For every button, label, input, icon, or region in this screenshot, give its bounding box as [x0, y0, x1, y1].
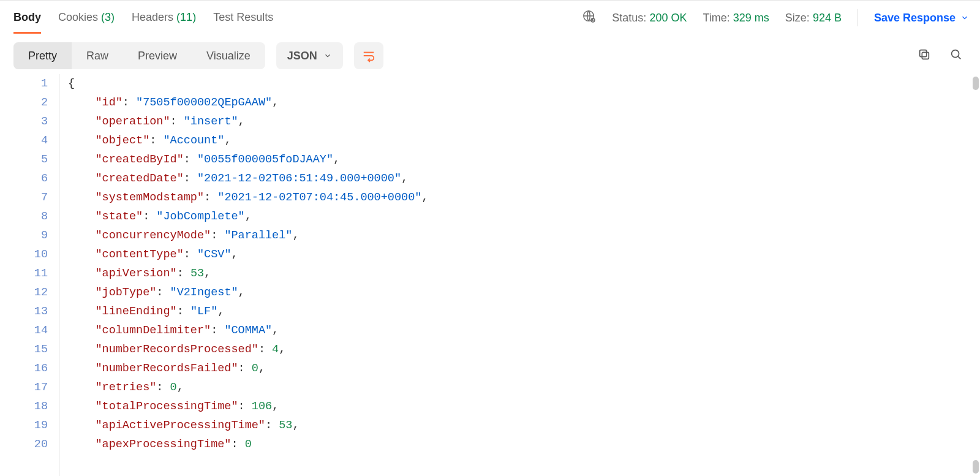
chevron-down-icon	[960, 13, 969, 22]
view-raw-button[interactable]: Raw	[72, 42, 123, 69]
scrollbar[interactable]	[973, 74, 979, 476]
tab-cookies-label: Cookies	[58, 11, 98, 23]
size-indicator: Size: 924 B	[785, 12, 842, 25]
time-label: Time:	[703, 12, 729, 24]
svg-rect-4	[920, 50, 927, 56]
scrollbar-thumb[interactable]	[973, 460, 979, 474]
tab-cookies-count: (3)	[101, 11, 115, 23]
network-icon[interactable]	[582, 10, 596, 26]
svg-rect-3	[922, 52, 929, 59]
status-label: Status:	[612, 12, 646, 24]
status-indicator: Status: 200 OK	[612, 12, 687, 25]
tab-headers-label: Headers	[132, 11, 173, 23]
copy-icon	[918, 48, 931, 61]
tab-test-results[interactable]: Test Results	[213, 2, 273, 34]
view-mode-segment: Pretty Raw Preview Visualize	[13, 42, 265, 69]
copy-button[interactable]	[918, 48, 931, 64]
separator	[858, 9, 858, 26]
time-value: 329 ms	[733, 12, 769, 24]
format-select-label: JSON	[287, 50, 317, 62]
svg-line-6	[958, 56, 961, 59]
chevron-down-icon	[323, 51, 332, 60]
view-preview-button[interactable]: Preview	[123, 42, 192, 69]
scrollbar-thumb[interactable]	[973, 77, 979, 90]
time-indicator: Time: 329 ms	[703, 12, 769, 25]
save-response-button[interactable]: Save Response	[874, 12, 969, 25]
wrap-lines-button[interactable]	[354, 42, 383, 69]
search-button[interactable]	[949, 48, 963, 64]
tab-body[interactable]: Body	[13, 2, 41, 34]
response-body-code[interactable]: { "id": "7505f000002QEpGAAW", "operation…	[59, 74, 980, 476]
tab-headers-count: (11)	[176, 11, 196, 23]
format-select[interactable]: JSON	[276, 42, 343, 69]
size-value: 924 B	[813, 12, 842, 24]
status-value: 200 OK	[649, 12, 687, 24]
view-visualize-button[interactable]: Visualize	[192, 42, 265, 69]
tab-headers[interactable]: Headers (11)	[132, 2, 196, 34]
save-response-label: Save Response	[874, 12, 956, 25]
tab-cookies[interactable]: Cookies (3)	[58, 2, 115, 34]
line-number-gutter: 1234567891011121314151617181920	[0, 74, 59, 476]
search-icon	[949, 48, 963, 61]
view-pretty-button[interactable]: Pretty	[13, 42, 72, 69]
size-label: Size:	[785, 12, 810, 24]
wrap-icon	[362, 49, 375, 62]
